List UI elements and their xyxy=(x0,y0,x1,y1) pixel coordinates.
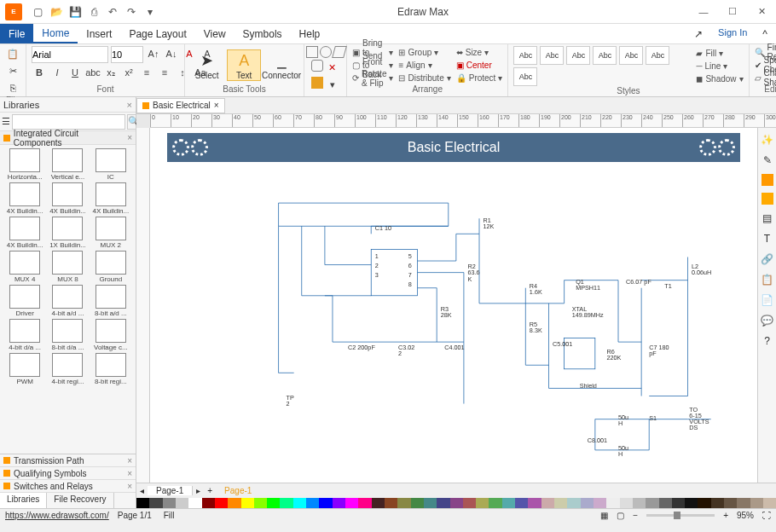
palette-color[interactable] xyxy=(333,498,345,508)
link-icon[interactable]: 🔗 xyxy=(761,252,774,266)
cut-icon[interactable]: ✂ xyxy=(5,63,20,78)
library-item[interactable]: 4X Buildin... xyxy=(5,217,44,249)
lib-cat-qualifying[interactable]: Qualifying Symbols xyxy=(14,469,87,478)
shadow-button[interactable]: ◼ Shadow▾ xyxy=(696,73,743,85)
rotate-button[interactable]: ⟳ Rotate & Flip▾ xyxy=(352,72,393,84)
palette-color[interactable] xyxy=(711,498,724,508)
shrink-font-icon[interactable]: A↓ xyxy=(164,46,179,61)
style-preset[interactable]: Abc xyxy=(513,67,537,86)
protect-button[interactable]: 🔒 Protect▾ xyxy=(456,72,503,84)
library-item[interactable]: MUX 4 xyxy=(5,251,44,283)
superscript-button[interactable]: x² xyxy=(121,65,136,80)
fill-button[interactable]: ▰ Fill▾ xyxy=(696,48,743,60)
palette-color[interactable] xyxy=(659,498,672,508)
strike-button[interactable]: abc xyxy=(85,65,101,80)
library-item[interactable]: 8-bit regi... xyxy=(91,353,130,385)
palette-color[interactable] xyxy=(241,498,254,508)
connector-tool[interactable]: ⎯Connector xyxy=(264,50,298,80)
size-button[interactable]: ⬌ Size▾ xyxy=(456,46,503,58)
tab-libraries[interactable]: Libraries xyxy=(0,493,47,508)
style-preset[interactable]: Abc xyxy=(593,46,617,65)
style-preset[interactable]: Abc xyxy=(646,46,669,65)
palette-color[interactable] xyxy=(136,498,149,508)
view-icon[interactable]: ▢ xyxy=(617,511,624,520)
close-tab-icon[interactable]: × xyxy=(214,101,219,110)
save-icon[interactable]: 💾 xyxy=(68,5,82,19)
palette-color[interactable] xyxy=(476,498,489,508)
magic-icon[interactable]: ✨ xyxy=(761,133,774,147)
palette-color[interactable] xyxy=(541,498,554,508)
collapse-ribbon-icon[interactable]: ^ xyxy=(754,24,776,43)
swatch-orange-icon[interactable] xyxy=(762,174,773,186)
palette-color[interactable] xyxy=(450,498,463,508)
library-item[interactable]: Ground xyxy=(91,251,130,283)
lib-cat-switches[interactable]: Switches and Relays xyxy=(14,482,93,491)
qat-more-icon[interactable]: ▾ xyxy=(143,5,157,19)
palette-color[interactable] xyxy=(149,498,162,508)
page-nav-left[interactable]: ◂ xyxy=(136,486,148,495)
palette-color[interactable] xyxy=(672,498,685,508)
palette-color[interactable] xyxy=(685,498,698,508)
clipboard-icon[interactable]: 📋 xyxy=(761,273,774,286)
zoom-slider[interactable] xyxy=(646,514,715,517)
library-search-input[interactable] xyxy=(12,114,125,130)
shape-para[interactable] xyxy=(332,46,347,58)
library-item[interactable]: Vertical e... xyxy=(48,148,87,181)
tab-file-recovery[interactable]: File Recovery xyxy=(47,493,113,508)
palette-color[interactable] xyxy=(176,498,188,508)
menu-view[interactable]: View xyxy=(195,24,235,43)
align-obj-button[interactable]: ≡ Align▾ xyxy=(398,59,450,71)
eraser-icon[interactable]: ✎ xyxy=(761,153,774,167)
status-url[interactable]: https://www.edrawsoft.com/ xyxy=(5,511,109,520)
palette-color[interactable] xyxy=(280,498,292,508)
add-page-button[interactable]: + xyxy=(204,486,216,495)
menu-file[interactable]: File xyxy=(0,24,33,43)
chat-icon[interactable]: 💬 xyxy=(761,314,774,327)
library-item[interactable]: MUX 2 xyxy=(91,217,130,249)
menu-symbols[interactable]: Symbols xyxy=(235,24,291,43)
lib-cat-transmission[interactable]: Transmission Path xyxy=(14,456,84,466)
zoom-in-button[interactable]: + xyxy=(723,511,728,520)
palette-color[interactable] xyxy=(724,498,737,508)
shape-more-icon[interactable]: ▾ xyxy=(325,77,340,92)
menu-insert[interactable]: Insert xyxy=(78,24,120,43)
palette-color[interactable] xyxy=(515,498,528,508)
redo-icon[interactable]: ↷ xyxy=(125,5,138,19)
close-button[interactable]: ✕ xyxy=(747,0,776,24)
palette-color[interactable] xyxy=(528,498,541,508)
palette-color[interactable] xyxy=(228,498,240,508)
palette-color[interactable] xyxy=(502,498,515,508)
palette-color[interactable] xyxy=(358,498,371,508)
view-icon[interactable]: ▦ xyxy=(600,511,608,520)
menu-help[interactable]: Help xyxy=(291,24,329,43)
library-item[interactable]: 4-bit d/a ... xyxy=(5,319,44,351)
note-icon[interactable]: 📄 xyxy=(761,293,774,307)
line-button[interactable]: ─ Line▾ xyxy=(696,61,743,72)
align-button[interactable]: ≡ xyxy=(157,65,172,80)
font-size-select[interactable] xyxy=(111,46,143,63)
style-preset[interactable]: Abc xyxy=(513,46,537,65)
menu-home[interactable]: Home xyxy=(33,24,78,43)
distribute-button[interactable]: ⊟ Distribute▾ xyxy=(398,72,450,84)
library-item[interactable]: MUX 8 xyxy=(48,251,87,283)
library-item[interactable]: Horizonta... xyxy=(5,148,44,181)
page-tab-2[interactable]: Page-1 xyxy=(216,486,260,495)
palette-color[interactable] xyxy=(463,498,476,508)
document-tab[interactable]: Basic Electrical× xyxy=(136,98,225,113)
palette-color[interactable] xyxy=(163,498,176,508)
italic-button[interactable]: I xyxy=(49,65,65,80)
paste-icon[interactable]: 📋 xyxy=(5,46,20,61)
library-item[interactable]: 1X Buildin... xyxy=(48,217,87,249)
fit-page-icon[interactable]: ⛶ xyxy=(762,511,771,520)
palette-color[interactable] xyxy=(345,498,358,508)
help-icon[interactable]: ? xyxy=(761,334,774,348)
palette-color[interactable] xyxy=(620,498,633,508)
palette-color[interactable] xyxy=(489,498,501,508)
shape-rect[interactable] xyxy=(306,46,318,58)
library-item[interactable]: 4X Buildin... xyxy=(5,182,44,215)
bold-button[interactable]: B xyxy=(32,65,47,80)
maximize-button[interactable]: ☐ xyxy=(718,0,747,24)
palette-color[interactable] xyxy=(254,498,267,508)
palette-color[interactable] xyxy=(397,498,410,508)
palette-color[interactable] xyxy=(188,498,201,508)
